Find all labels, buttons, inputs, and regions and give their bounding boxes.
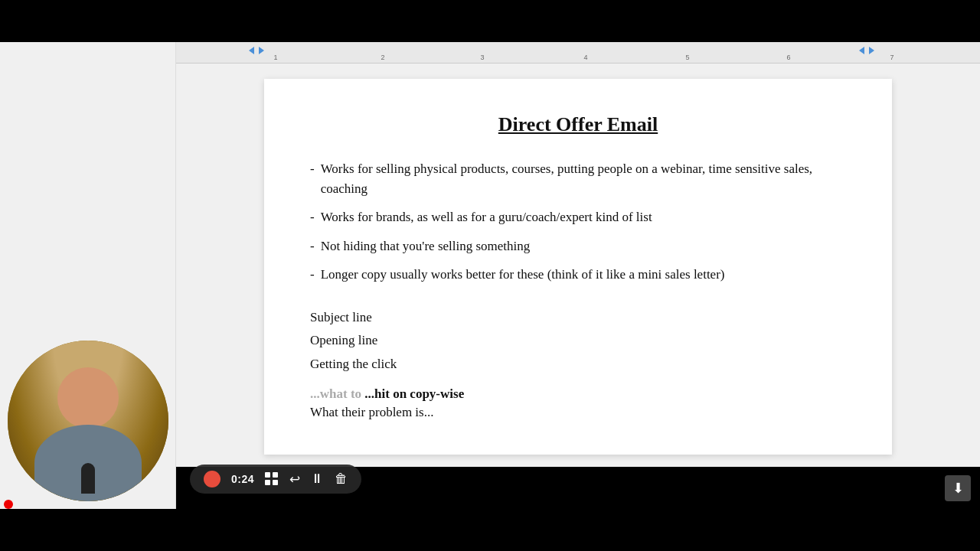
bullet-text-3: Not hiding that you're selling something bbox=[321, 236, 531, 256]
red-indicator-dot bbox=[4, 500, 13, 509]
bullet-item-3: - Not hiding that you're selling somethi… bbox=[310, 236, 846, 256]
webcam-circle bbox=[8, 341, 168, 501]
grid-icon[interactable] bbox=[265, 472, 279, 486]
ruler-mark-5: 5 bbox=[685, 54, 689, 61]
extra-line-1: Subject line bbox=[310, 306, 846, 330]
person-head bbox=[57, 367, 119, 429]
ruler-mark-2: 2 bbox=[381, 54, 384, 61]
download-button[interactable]: ⬇ bbox=[945, 475, 971, 501]
bullet-list: - Works for selling physical products, c… bbox=[310, 159, 846, 285]
ruler-mark-3: 3 bbox=[480, 54, 484, 61]
bullet-item-2: - Works for brands, as well as for a gur… bbox=[310, 207, 846, 227]
controls-bar: 0:24 ↩ ⏸ 🗑 bbox=[190, 465, 361, 494]
ruler-right-arrow bbox=[259, 47, 264, 54]
bullet-dash-4: - bbox=[310, 265, 315, 285]
delete-button[interactable]: 🗑 bbox=[335, 471, 348, 487]
webcam-overlay bbox=[0, 333, 176, 509]
time-label: 0:24 bbox=[231, 473, 254, 485]
microphone bbox=[81, 463, 95, 494]
document-area: Direct Offer Email - Works for selling p… bbox=[176, 64, 980, 467]
ruler-left-arrow2 bbox=[859, 47, 864, 54]
document-page: Direct Offer Email - Works for selling p… bbox=[264, 79, 892, 455]
bullet-item-1: - Works for selling physical products, c… bbox=[310, 159, 846, 198]
record-button[interactable] bbox=[204, 471, 220, 487]
partial-line-2: What their problem is... bbox=[310, 405, 846, 420]
extra-lines: Subject line Opening line Getting the cl… bbox=[310, 306, 846, 377]
person-background bbox=[8, 341, 168, 501]
ruler-mark-4: 4 bbox=[583, 54, 587, 61]
pause-button[interactable]: ⏸ bbox=[311, 471, 324, 487]
bullet-text-4: Longer copy usually works better for the… bbox=[321, 265, 725, 285]
bullet-dash-2: - bbox=[310, 207, 315, 227]
document-title: Direct Offer Email bbox=[310, 113, 846, 136]
ruler-left-arrow bbox=[249, 47, 254, 54]
ruler-mark-6: 6 bbox=[786, 54, 790, 61]
ruler-right-arrow2 bbox=[869, 47, 874, 54]
bullet-text-2: Works for brands, as well as for a guru/… bbox=[321, 207, 652, 227]
top-black-bar bbox=[0, 0, 980, 42]
undo-button[interactable]: ↩ bbox=[289, 471, 300, 487]
download-icon: ⬇ bbox=[952, 480, 964, 497]
bullet-dash-1: - bbox=[310, 159, 315, 198]
bullet-item-4: - Longer copy usually works better for t… bbox=[310, 265, 846, 285]
partial-line-1: ...what to ...hit on copy-wise bbox=[310, 386, 846, 402]
ruler-mark-1: 1 bbox=[273, 54, 277, 61]
bullet-dash-3: - bbox=[310, 236, 315, 256]
extra-line-3: Getting the click bbox=[310, 353, 846, 377]
ruler: 1 2 3 4 5 6 7 bbox=[176, 42, 980, 64]
bullet-text-1: Works for selling physical products, cou… bbox=[321, 159, 846, 198]
ruler-mark-7: 7 bbox=[890, 54, 893, 61]
bottom-black-bar bbox=[0, 509, 980, 551]
extra-line-2: Opening line bbox=[310, 329, 846, 353]
